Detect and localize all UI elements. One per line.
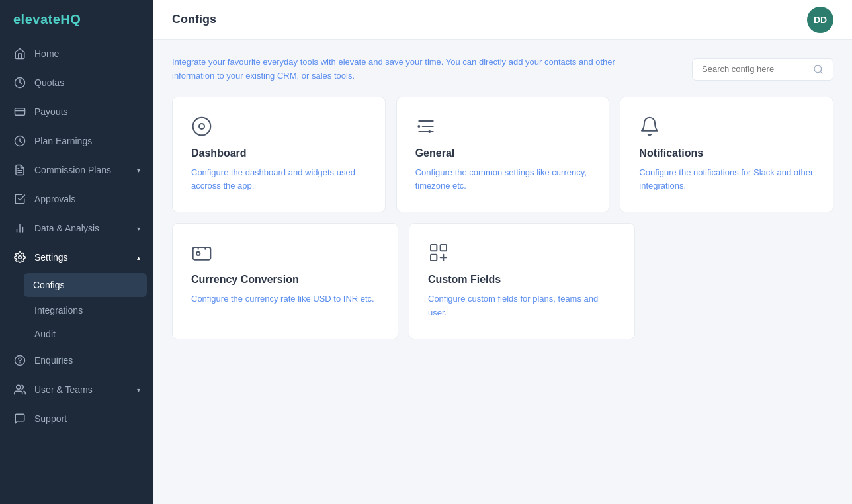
notifications-icon	[639, 116, 814, 137]
sidebar-sub-item-label: Configs	[33, 280, 64, 290]
sidebar-item-label: Enquiries	[34, 355, 73, 366]
sidebar-item-plan-earnings[interactable]: Plan Earnings	[0, 126, 153, 155]
sidebar-nav: Home Quotas Payouts Plan Earnings	[0, 39, 153, 504]
cards-row-1: Dashboard Configure the dashboard and wi…	[172, 97, 833, 213]
chevron-down-icon: ▾	[137, 386, 140, 394]
enquiries-icon	[13, 354, 26, 367]
svg-line-14	[820, 71, 822, 73]
cards-grid: Dashboard Configure the dashboard and wi…	[172, 97, 833, 339]
sidebar-sub-item-label: Integrations	[34, 305, 83, 315]
general-icon	[415, 116, 591, 137]
card-desc: Configure the currency rate like USD to …	[191, 292, 379, 306]
card-title: Dashboard	[191, 147, 366, 159]
dashboard-icon	[191, 116, 366, 137]
sidebar: elevateHQ Home Quotas Payouts	[0, 0, 153, 504]
svg-rect-1	[15, 108, 25, 116]
settings-icon	[13, 251, 26, 264]
svg-point-22	[428, 130, 431, 133]
plan-earnings-icon	[13, 134, 26, 147]
sidebar-item-label: Settings	[34, 252, 68, 263]
data-icon	[13, 222, 26, 235]
info-bar: Integrate your favourite everyday tools …	[172, 56, 833, 83]
search-icon	[813, 64, 824, 75]
card-dashboard[interactable]: Dashboard Configure the dashboard and wi…	[172, 97, 386, 213]
sidebar-item-approvals[interactable]: Approvals	[0, 185, 153, 214]
svg-rect-25	[431, 245, 437, 251]
custom-fields-icon	[428, 242, 616, 263]
card-title: General	[415, 147, 591, 159]
sidebar-item-label: Quotas	[34, 77, 64, 88]
chevron-down-icon: ▾	[137, 167, 140, 174]
page-title: Configs	[172, 13, 216, 26]
sidebar-item-commission-plans[interactable]: Commission Plans ▾	[0, 155, 153, 185]
sidebar-item-payouts[interactable]: Payouts	[0, 97, 153, 126]
approvals-icon	[13, 192, 26, 206]
card-title: Custom Fields	[428, 274, 616, 286]
support-icon	[13, 412, 26, 425]
card-currency-conversion[interactable]: Currency Conversion Configure the curren…	[172, 223, 398, 339]
page-content: Integrate your favourite everyday tools …	[153, 40, 852, 504]
logo-text-accent: HQ	[60, 12, 81, 26]
card-title: Currency Conversion	[191, 274, 379, 286]
sidebar-item-label: Support	[34, 413, 67, 424]
card-desc: Configure custom fields for plans, teams…	[428, 292, 616, 320]
svg-point-24	[196, 252, 200, 255]
card-desc: Configure the notifications for Slack an…	[639, 166, 814, 194]
page-header: Configs DD	[153, 0, 852, 40]
cards-row-2: Currency Conversion Configure the curren…	[172, 223, 833, 339]
svg-point-15	[193, 117, 211, 135]
currency-icon	[191, 242, 379, 263]
sidebar-item-quotas[interactable]: Quotas	[0, 68, 153, 97]
svg-point-9	[19, 256, 22, 259]
sidebar-sub-item-label: Audit	[34, 329, 56, 339]
info-text: Integrate your favourite everyday tools …	[172, 56, 635, 83]
svg-point-16	[199, 124, 204, 129]
avatar[interactable]: DD	[807, 7, 833, 33]
logo-text-white: elevate	[13, 12, 60, 26]
svg-point-12	[17, 385, 21, 389]
chevron-up-icon: ▴	[137, 254, 140, 261]
home-icon	[13, 47, 26, 60]
sidebar-item-support[interactable]: Support	[0, 404, 153, 433]
card-desc: Configure the dashboard and widgets used…	[191, 166, 366, 194]
svg-rect-23	[193, 247, 211, 260]
sidebar-item-settings[interactable]: Settings ▴	[0, 243, 153, 272]
search-box[interactable]	[692, 58, 833, 81]
payouts-icon	[13, 105, 26, 118]
sidebar-sub-item-audit[interactable]: Audit	[0, 322, 153, 346]
svg-rect-27	[431, 255, 437, 261]
sidebar-item-data-analysis[interactable]: Data & Analysis ▾	[0, 214, 153, 243]
card-general[interactable]: General Configure the common settings li…	[396, 97, 610, 213]
sidebar-item-label: User & Teams	[34, 384, 93, 395]
sidebar-sub-item-configs[interactable]: Configs	[24, 273, 147, 297]
sidebar-item-user-teams[interactable]: User & Teams ▾	[0, 375, 153, 404]
sidebar-sub-item-integrations[interactable]: Integrations	[0, 298, 153, 322]
sidebar-item-label: Approvals	[34, 194, 75, 204]
search-input[interactable]	[702, 64, 808, 74]
sidebar-item-label: Plan Earnings	[34, 136, 92, 146]
sidebar-item-label: Home	[34, 48, 59, 59]
logo: elevateHQ	[0, 0, 153, 39]
commission-icon	[13, 163, 26, 177]
card-notifications[interactable]: Notifications Configure the notification…	[620, 97, 833, 213]
sidebar-item-enquiries[interactable]: Enquiries	[0, 346, 153, 375]
svg-point-21	[428, 120, 431, 122]
sidebar-item-label: Payouts	[34, 106, 68, 117]
card-desc: Configure the common settings like curre…	[415, 166, 591, 194]
sidebar-item-label: Data & Analysis	[34, 223, 99, 233]
svg-rect-26	[441, 245, 447, 251]
main-content: Configs DD Integrate your favourite ever…	[153, 0, 852, 504]
card-title: Notifications	[639, 147, 814, 159]
sidebar-item-home[interactable]: Home	[0, 39, 153, 68]
quotas-icon	[13, 76, 26, 89]
chevron-down-icon: ▾	[137, 225, 140, 232]
svg-point-20	[417, 125, 420, 128]
sidebar-item-label: Commission Plans	[34, 165, 111, 175]
user-teams-icon	[13, 383, 26, 396]
card-custom-fields[interactable]: Custom Fields Configure custom fields fo…	[409, 223, 635, 339]
